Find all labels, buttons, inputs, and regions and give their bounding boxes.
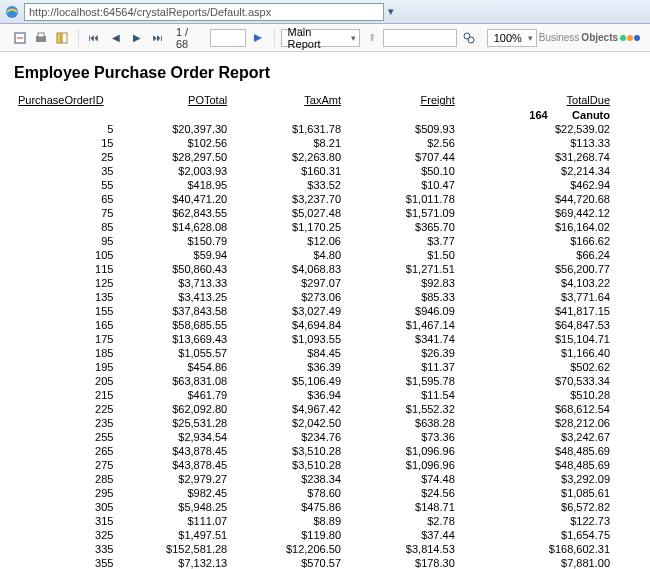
search-input[interactable] — [383, 29, 457, 47]
page-indicator: 1 / 68 — [176, 26, 202, 50]
cell: $341.74 — [345, 332, 459, 346]
cell: $178.30 — [345, 556, 459, 569]
cell: 335 — [14, 542, 117, 556]
cell: $12,206.50 — [231, 542, 345, 556]
cell: 265 — [14, 444, 117, 458]
cell: $462.94 — [459, 178, 614, 192]
col-purchaseorderid: PurchaseOrderID — [14, 92, 117, 108]
cell: $25,531.28 — [117, 416, 231, 430]
report-title: Employee Purchase Order Report — [14, 64, 636, 82]
cell: $84.45 — [231, 346, 345, 360]
cell: 275 — [14, 458, 117, 472]
cell: 85 — [14, 220, 117, 234]
table-row: 55$418.95$33.52$10.47$462.94 — [14, 178, 614, 192]
cell: $22,539.02 — [459, 122, 614, 136]
cell: $454.86 — [117, 360, 231, 374]
group-header-row: 164 Canuto — [14, 108, 614, 122]
table-row: 165$58,685.55$4,694.84$1,467.14$64,847.5… — [14, 318, 614, 332]
cell: 125 — [14, 276, 117, 290]
cell: $111.07 — [117, 514, 231, 528]
cell: 165 — [14, 318, 117, 332]
url-text: http://localhost:64564/crystalReports/De… — [29, 6, 271, 18]
prev-page-button[interactable]: ◀ — [106, 28, 125, 48]
cell: $3,510.28 — [231, 444, 345, 458]
main-report-dropdown[interactable]: Main Report — [281, 29, 361, 47]
cell: $570.57 — [231, 556, 345, 569]
cell: $1,271.51 — [345, 262, 459, 276]
print-button[interactable] — [31, 28, 50, 48]
cell: $418.95 — [117, 178, 231, 192]
cell: $3,771.64 — [459, 290, 614, 304]
url-dropdown-icon[interactable]: ▾ — [384, 5, 398, 18]
cell: $48,485.69 — [459, 444, 614, 458]
cell: $26.39 — [345, 346, 459, 360]
col-freight: Freight — [345, 92, 459, 108]
cell: $11.37 — [345, 360, 459, 374]
cell: 15 — [14, 136, 117, 150]
cell: $58,685.55 — [117, 318, 231, 332]
cell: 215 — [14, 388, 117, 402]
group-name: Canuto — [572, 109, 610, 121]
next-page-button[interactable]: ▶ — [127, 28, 146, 48]
cell: $166.62 — [459, 234, 614, 248]
table-row: 75$62,843.55$5,027.48$1,571.09$69,442.12 — [14, 206, 614, 220]
cell: $8.89 — [231, 514, 345, 528]
cell: $238.34 — [231, 472, 345, 486]
table-row: 215$461.79$36.94$11.54$510.28 — [14, 388, 614, 402]
export-button[interactable] — [10, 28, 29, 48]
goto-page-input[interactable] — [210, 29, 246, 47]
table-row: 235$25,531.28$2,042.50$638.28$28,212.06 — [14, 416, 614, 430]
cell: $3,814.53 — [345, 542, 459, 556]
cell: $62,092.80 — [117, 402, 231, 416]
cell: $461.79 — [117, 388, 231, 402]
toggle-tree-button[interactable] — [53, 28, 72, 48]
cell: $59.94 — [117, 248, 231, 262]
col-totaldue: TotalDue — [459, 92, 614, 108]
zoom-dropdown[interactable]: 100% — [487, 29, 537, 47]
svg-rect-5 — [62, 33, 67, 43]
cell: $4,967.42 — [231, 402, 345, 416]
cell: $297.07 — [231, 276, 345, 290]
url-input[interactable]: http://localhost:64564/crystalReports/De… — [24, 3, 384, 21]
report-viewport[interactable]: Employee Purchase Order Report PurchaseO… — [0, 52, 650, 569]
separator — [78, 29, 79, 47]
cell: $168,602.31 — [459, 542, 614, 556]
business-objects-logo: Business Objects — [539, 32, 640, 43]
browser-address-bar: http://localhost:64564/crystalReports/De… — [0, 0, 650, 24]
cell: $92.83 — [345, 276, 459, 290]
separator — [274, 29, 275, 47]
table-row: 65$40,471.20$3,237.70$1,011.78$44,720.68 — [14, 192, 614, 206]
cell: 325 — [14, 528, 117, 542]
table-row: 185$1,055.57$84.45$26.39$1,166.40 — [14, 346, 614, 360]
cell: 295 — [14, 486, 117, 500]
table-row: 195$454.86$36.39$11.37$502.62 — [14, 360, 614, 374]
cell: $64,847.53 — [459, 318, 614, 332]
table-row: 95$150.79$12.06$3.77$166.62 — [14, 234, 614, 248]
cell: $102.56 — [117, 136, 231, 150]
cell: $2,934.54 — [117, 430, 231, 444]
last-page-button[interactable]: ⏭ — [149, 28, 168, 48]
cell: $50.10 — [345, 164, 459, 178]
cell: 35 — [14, 164, 117, 178]
svg-rect-3 — [38, 33, 44, 37]
cell: $15,104.71 — [459, 332, 614, 346]
cell: $1,497.51 — [117, 528, 231, 542]
cell: $2,214.34 — [459, 164, 614, 178]
up-button: ⬆ — [362, 28, 381, 48]
cell: 95 — [14, 234, 117, 248]
cell: $33.52 — [231, 178, 345, 192]
cell: 195 — [14, 360, 117, 374]
goto-page-button[interactable] — [248, 28, 267, 48]
first-page-button[interactable]: ⏮ — [85, 28, 104, 48]
cell: $4,694.84 — [231, 318, 345, 332]
cell: 55 — [14, 178, 117, 192]
cell: $3,413.25 — [117, 290, 231, 304]
cell: $50,860.43 — [117, 262, 231, 276]
cell: $2.56 — [345, 136, 459, 150]
cell: $28,297.50 — [117, 150, 231, 164]
cell: $160.31 — [231, 164, 345, 178]
search-button[interactable] — [459, 28, 478, 48]
col-taxamt: TaxAmt — [231, 92, 345, 108]
cell: 65 — [14, 192, 117, 206]
cell: $982.45 — [117, 486, 231, 500]
